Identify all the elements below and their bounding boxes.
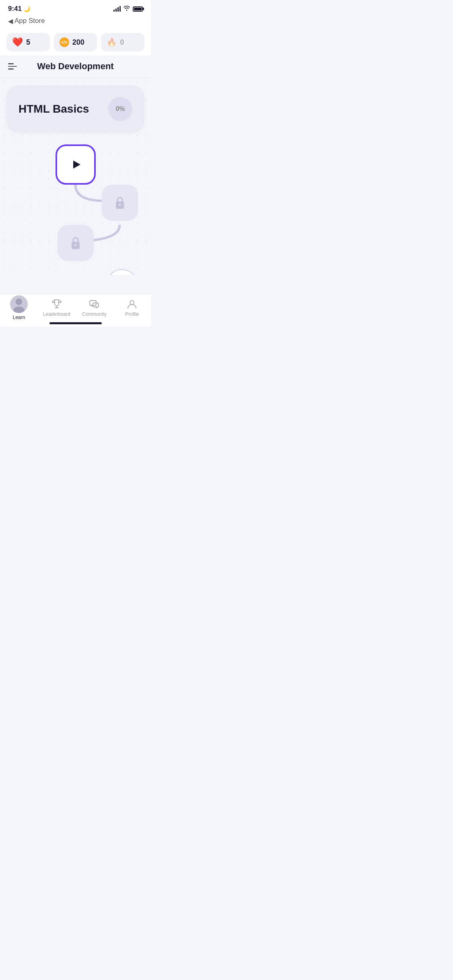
svg-marker-0 (73, 161, 80, 169)
path-connector-2 (6, 225, 144, 257)
tab-leaderboard-label: Leaderboard (43, 311, 70, 317)
coin-icon: </> (60, 37, 69, 47)
signal-icon (113, 6, 121, 12)
menu-line-long (8, 66, 17, 67)
svg-point-11 (16, 299, 22, 305)
status-time: 9:41 (8, 5, 22, 13)
hearts-stat: ❤️ 5 (6, 33, 50, 51)
lock-icon-1 (114, 196, 126, 210)
stats-bar: ❤️ 5 </> 200 🔥 0 (0, 29, 151, 56)
profile-icon (126, 299, 138, 310)
community-icon (89, 299, 100, 310)
tab-learn[interactable]: Learn (0, 295, 38, 320)
module-progress: 0% (108, 97, 132, 121)
status-bar: 9:41 🌙 (0, 0, 151, 14)
module-name: HTML Basics (19, 103, 89, 115)
xp-value: 200 (72, 38, 84, 47)
tab-leaderboard[interactable]: Leaderboard (38, 299, 76, 317)
page-title: Web Development (23, 61, 128, 72)
svg-point-4 (74, 244, 76, 246)
avatar-svg (10, 295, 28, 313)
xp-stat: </> 200 (54, 33, 97, 51)
tab-profile[interactable]: Profile (113, 299, 151, 317)
battery-icon (133, 6, 143, 12)
menu-line-short (8, 63, 14, 64)
back-label: App Store (14, 17, 45, 25)
heart-icon: ❤️ (12, 37, 23, 47)
back-button[interactable]: ◀ App Store (8, 17, 45, 25)
learn-avatar (10, 295, 28, 313)
back-navigation[interactable]: ◀ App Store (0, 14, 151, 29)
lesson-node-vocab: A (106, 269, 138, 275)
tab-community-label: Community (82, 311, 107, 317)
tab-bar: Learn Leaderboard Community (0, 294, 151, 327)
trophy-icon (51, 299, 62, 310)
lesson-path: A (6, 144, 144, 275)
lesson-node-active[interactable] (56, 144, 96, 185)
module-card[interactable]: HTML Basics 0% (6, 86, 144, 132)
tab-community[interactable]: Community (76, 299, 113, 317)
hearts-value: 5 (26, 38, 30, 47)
lesson-node-locked-2 (58, 225, 94, 261)
moon-icon: 🌙 (23, 6, 30, 12)
status-icons (113, 5, 143, 12)
lesson-row-1 (6, 144, 144, 185)
svg-point-17 (130, 301, 134, 305)
home-indicator (49, 322, 102, 324)
page-header: Web Development (0, 56, 151, 78)
menu-line-short2 (8, 68, 14, 70)
tab-profile-label: Profile (125, 311, 139, 317)
lesson-node-locked-1 (102, 185, 138, 221)
flame-icon: 🔥 (107, 37, 117, 47)
streak-value: 0 (120, 38, 124, 47)
play-icon (69, 158, 82, 171)
wifi-icon (123, 5, 130, 12)
svg-point-2 (119, 204, 121, 206)
menu-icon[interactable] (8, 63, 17, 70)
main-content: HTML Basics 0% (0, 78, 151, 275)
path-connector-1 (6, 185, 144, 217)
tab-learn-label: Learn (13, 315, 25, 320)
back-arrow-icon: ◀ (8, 17, 13, 25)
lock-icon-2 (70, 236, 81, 250)
streak-stat: 🔥 0 (101, 33, 144, 51)
